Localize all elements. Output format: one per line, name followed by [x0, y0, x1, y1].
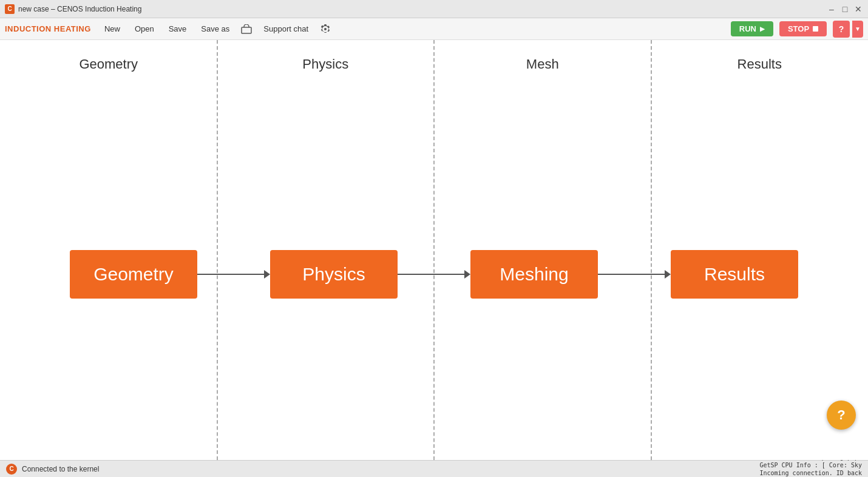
arrow-head-3: [665, 270, 671, 279]
menu-item-open[interactable]: Open: [129, 22, 160, 36]
menu-item-new[interactable]: New: [98, 22, 126, 36]
status-text: Connected to the kernel: [22, 465, 99, 473]
col-header-mesh[interactable]: Mesh: [434, 56, 651, 72]
stop-button[interactable]: STOP: [779, 21, 827, 36]
geometry-box[interactable]: Geometry: [70, 250, 197, 299]
help-button[interactable]: ?: [833, 21, 850, 38]
app-icon: C: [5, 4, 15, 14]
status-icon: C: [6, 464, 17, 475]
arrow-line-3: [598, 274, 665, 275]
geometry-box-label: Geometry: [93, 264, 174, 285]
settings-button[interactable]: [317, 21, 334, 38]
run-label: RUN: [739, 24, 756, 33]
col-header-results[interactable]: Results: [651, 56, 869, 72]
results-box-label: Results: [704, 264, 765, 285]
menu-item-support[interactable]: Support chat: [257, 22, 314, 36]
svg-rect-0: [242, 27, 251, 33]
status-bar: C Connected to the kernel Opening pipe G…: [0, 460, 868, 477]
upload-button[interactable]: [238, 21, 255, 38]
physics-box-label: Physics: [302, 264, 365, 285]
menu-item-save-as[interactable]: Save as: [195, 22, 236, 36]
stop-label: STOP: [788, 24, 809, 33]
arrow-head-2: [464, 270, 470, 279]
arrow-line-2: [398, 274, 464, 275]
arrow-3: [598, 270, 671, 279]
meshing-box-label: Meshing: [500, 264, 568, 285]
stop-icon: [813, 26, 818, 32]
arrow-head-1: [264, 270, 270, 279]
meshing-box[interactable]: Meshing: [470, 250, 598, 299]
window-title: new case – CENOS Induction Heating: [18, 5, 141, 13]
workflow-row: Geometry Physics Meshing: [70, 250, 798, 299]
run-button[interactable]: RUN ▶: [731, 21, 773, 36]
column-headers: Geometry Physics Mesh Results: [0, 40, 868, 89]
arrow-2: [398, 270, 470, 279]
fab-help-button[interactable]: ?: [827, 401, 856, 430]
close-button[interactable]: ✕: [853, 4, 863, 14]
title-bar: C new case – CENOS Induction Heating – □…: [0, 0, 868, 18]
physics-box[interactable]: Physics: [270, 250, 398, 299]
arrow-line-1: [197, 274, 264, 275]
menu-bar: INDUCTION HEATING New Open Save Save as …: [0, 18, 868, 40]
maximize-button[interactable]: □: [840, 4, 850, 14]
minimize-button[interactable]: –: [827, 4, 836, 14]
workflow-area: Geometry Physics Meshing: [0, 89, 868, 460]
main-content: Geometry Physics Mesh Results Geometry P…: [0, 40, 868, 460]
menu-item-save[interactable]: Save: [163, 22, 193, 36]
play-icon: ▶: [760, 25, 765, 32]
arrow-1: [197, 270, 270, 279]
col-header-physics[interactable]: Physics: [217, 56, 435, 72]
brand-label: INDUCTION HEATING: [5, 24, 91, 33]
col-header-geometry[interactable]: Geometry: [0, 56, 217, 72]
results-box[interactable]: Results: [671, 250, 798, 299]
help-dropdown-button[interactable]: ▼: [852, 21, 863, 38]
